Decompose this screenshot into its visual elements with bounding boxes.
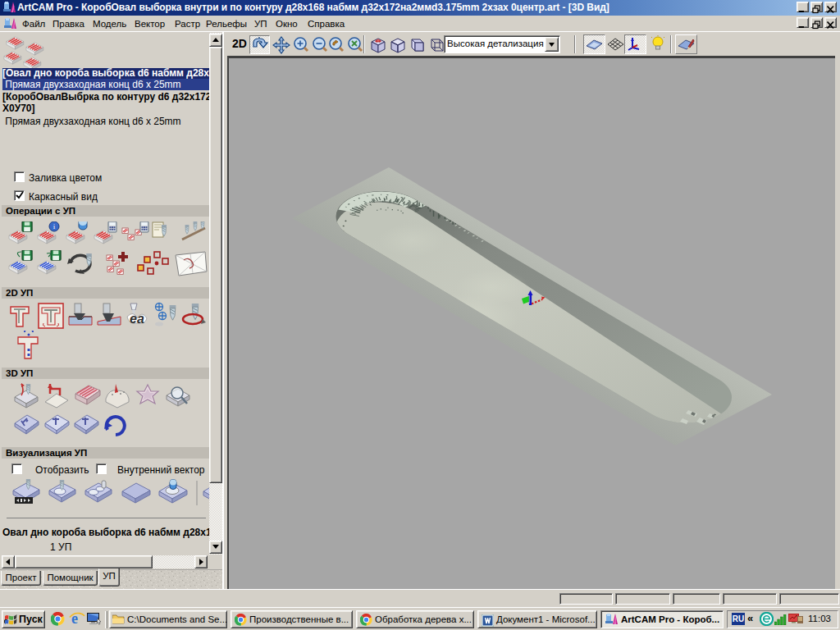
svg-text:ea: ea — [130, 312, 144, 326]
